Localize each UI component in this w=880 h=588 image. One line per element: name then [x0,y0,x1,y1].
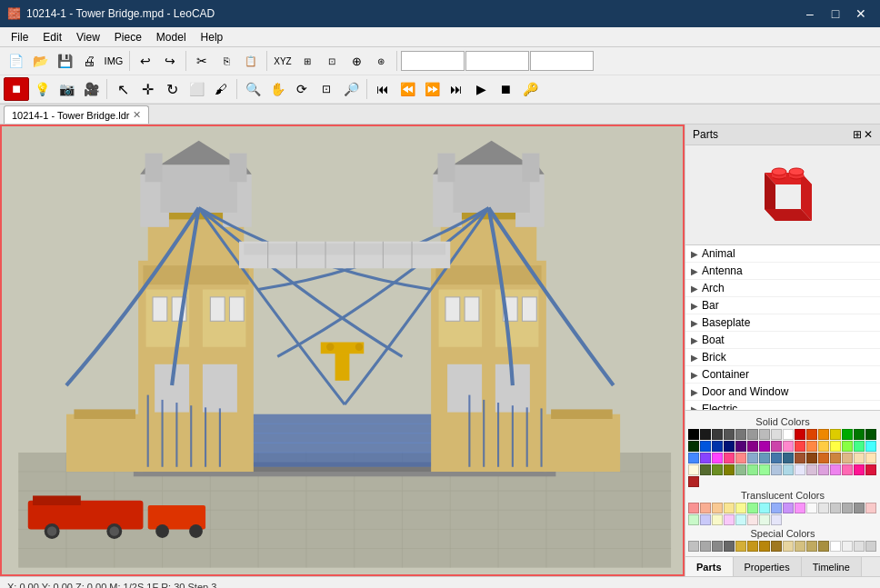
color-swatch[interactable] [688,429,699,440]
panel-tab-parts[interactable]: Parts [685,557,734,576]
first-step-button[interactable]: ⏮ [371,77,395,101]
color-swatch[interactable] [688,464,699,475]
magnet-button[interactable]: ⊕ [345,49,368,73]
parts-list-item[interactable]: ▶Bar [685,297,880,314]
color-swatch[interactable] [771,464,782,475]
color-swatch[interactable] [759,429,770,440]
close-button[interactable]: ✕ [849,5,873,23]
color-swatch[interactable] [712,541,723,552]
color-swatch[interactable] [747,514,758,525]
color-swatch[interactable] [747,503,758,513]
color-swatch[interactable] [700,441,711,452]
color-swatch[interactable] [747,464,758,475]
color-swatch[interactable] [795,441,805,452]
color-swatch[interactable] [747,541,758,552]
camera-button[interactable]: 📷 [55,77,78,101]
stop-button[interactable]: ⏹ [494,77,517,101]
color-swatch[interactable] [724,514,735,525]
color-swatch[interactable] [688,541,699,552]
color-swatch[interactable] [735,464,746,475]
input-field-1[interactable] [401,51,465,71]
last-step-button[interactable]: ⏭ [445,77,468,101]
zoom-out-button[interactable]: 🔎 [339,77,363,101]
color-swatch[interactable] [842,429,853,440]
color-swatch[interactable] [759,453,770,463]
color-swatch[interactable] [735,441,746,452]
input-field-3[interactable] [530,51,594,71]
light-button[interactable]: 💡 [30,77,54,101]
color-swatch[interactable] [783,429,794,440]
color-swatch[interactable] [735,453,746,463]
color-swatch[interactable] [724,453,735,463]
zoom-in-button[interactable]: 🔍 [241,77,265,101]
menu-item-piece[interactable]: Piece [107,29,149,45]
color-swatch[interactable] [818,503,829,513]
color-swatch[interactable] [854,503,865,513]
color-swatch[interactable] [818,541,829,552]
parts-list-item[interactable]: ▶Container [685,366,880,384]
parts-list-item[interactable]: ▶Electric [685,401,880,411]
move-origin-button[interactable]: ⊛ [369,49,393,73]
color-swatch[interactable] [842,503,853,513]
color-swatch[interactable] [759,464,770,475]
maximize-button[interactable]: □ [824,5,847,23]
color-swatch[interactable] [854,441,865,452]
color-swatch[interactable] [818,453,829,463]
pan-button[interactable]: ✋ [265,77,289,101]
parts-list-item[interactable]: ▶Door and Window [685,384,880,401]
cut-button[interactable]: ✂ [190,49,214,73]
fit-button[interactable]: ⊡ [315,77,338,101]
color-swatch[interactable] [747,441,758,452]
color-swatch[interactable] [700,453,711,463]
color-swatch[interactable] [771,441,782,452]
main-tab[interactable]: 10214-1 - Tower Bridge.ldr ✕ [4,105,149,124]
color-swatch[interactable] [795,541,805,552]
key-button[interactable]: 🔑 [518,77,542,101]
video-button[interactable]: 🎥 [79,77,103,101]
color-swatch[interactable] [712,453,723,463]
paste-button[interactable]: 📋 [239,49,263,73]
color-swatch[interactable] [700,514,711,525]
color-swatch[interactable] [771,429,782,440]
prev-step-button[interactable]: ⏪ [395,77,419,101]
color-swatch[interactable] [795,453,805,463]
play-button[interactable]: ▶ [469,77,493,101]
color-swatch[interactable] [771,453,782,463]
color-swatch[interactable] [712,503,723,513]
color-swatch[interactable] [771,514,782,525]
color-swatch[interactable] [854,453,865,463]
save-image-button[interactable]: IMG [102,49,125,73]
color-swatch[interactable] [688,453,699,463]
color-swatch[interactable] [830,453,841,463]
color-swatch[interactable] [795,429,805,440]
color-swatch[interactable] [783,453,794,463]
color-swatch[interactable] [795,464,805,475]
select-tool[interactable]: ↖ [111,77,135,101]
menu-item-edit[interactable]: Edit [35,29,69,45]
color-swatch[interactable] [806,464,817,475]
color-swatch[interactable] [735,514,746,525]
color-swatch[interactable] [783,503,794,513]
color-swatch[interactable] [688,441,699,452]
color-swatch[interactable] [783,541,794,552]
grid-button[interactable]: ⊞ [295,49,319,73]
color-swatch[interactable] [724,541,735,552]
save-button[interactable]: 💾 [53,49,76,73]
color-swatch[interactable] [712,514,723,525]
undo-button[interactable]: ↩ [134,49,157,73]
color-swatch[interactable] [759,541,770,552]
color-swatch[interactable] [830,441,841,452]
move-tool[interactable]: ✛ [135,77,159,101]
color-swatch[interactable] [818,429,829,440]
color-swatch[interactable] [865,429,876,440]
print-button[interactable]: 🖨 [77,49,101,73]
viewport[interactable] [0,125,685,576]
color-swatch[interactable] [854,429,865,440]
color-swatch[interactable] [842,453,853,463]
menu-item-view[interactable]: View [69,29,107,45]
color-swatch[interactable] [735,503,746,513]
snap-button[interactable]: XYZ [271,49,295,73]
color-swatch[interactable] [771,541,782,552]
parts-list-item[interactable]: ▶Arch [685,280,880,297]
color-swatch[interactable] [771,503,782,513]
